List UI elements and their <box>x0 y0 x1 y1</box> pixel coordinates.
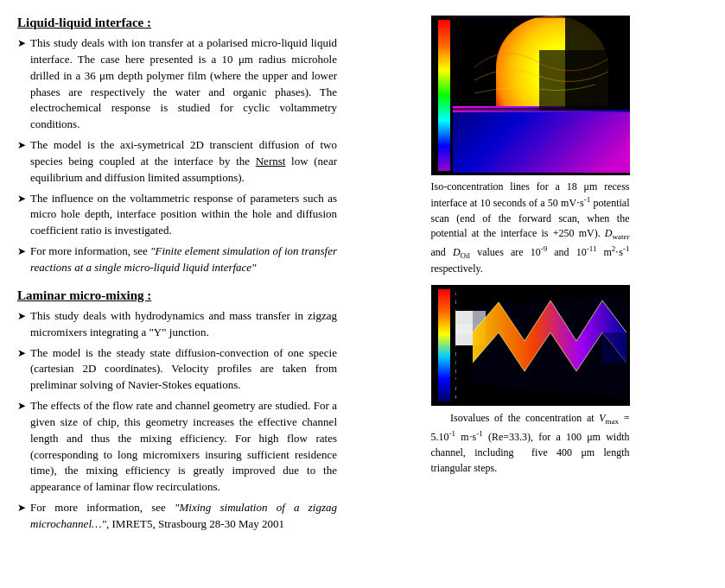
list-item: ➤ The model is the steady state diffusio… <box>17 345 337 395</box>
section1-bullets: ➤ This study deals with ion transfer at … <box>17 35 337 276</box>
bullet-arrow: ➤ <box>17 309 26 324</box>
list-item: ➤ For more information, see "Mixing simu… <box>17 500 337 533</box>
bullet-text: The model is the axi-symetrical 2D trans… <box>30 137 337 187</box>
image1-container: Iso-concentration lines for a 18 μm rece… <box>353 16 708 276</box>
colorbar2 <box>438 289 450 401</box>
list-item: ➤ For more information, see "Finite elem… <box>17 243 337 276</box>
bullet-arrow: ➤ <box>17 346 26 361</box>
svg-text:.976474: .976474 <box>455 299 457 305</box>
list-item: ➤ This study deals with ion transfer at … <box>17 35 337 133</box>
bullet-arrow: ➤ <box>17 244 26 259</box>
right-column: Iso-concentration lines for a 18 μm rece… <box>353 16 708 476</box>
colorbar-left <box>438 20 450 171</box>
left-column: Liquid-liquid interface : ➤ This study d… <box>17 16 337 545</box>
section-liquid-liquid: Liquid-liquid interface : ➤ This study d… <box>17 16 337 276</box>
bullet-arrow: ➤ <box>17 36 26 51</box>
bullet-arrow: ➤ <box>17 399 26 414</box>
svg-text:.096489: .096489 <box>455 394 457 400</box>
bullet-text: For more information, see "Mixing simula… <box>30 500 337 533</box>
svg-text:.379014: .379014 <box>455 368 457 374</box>
iso-lines-svg <box>453 16 630 175</box>
svg-text:.605188: .605188 <box>455 351 457 357</box>
caption1: Iso-concentration lines for a 18 μm rece… <box>431 180 630 276</box>
list-item: ➤ The effects of the flow rate and chann… <box>17 398 337 496</box>
svg-text:.248007: .248007 <box>455 376 457 383</box>
zigzag-svg: 1.01245 .976474 .930016 .913783 .900017 … <box>455 285 626 406</box>
svg-rect-8 <box>602 332 626 363</box>
visualization-image1 <box>431 16 630 175</box>
italic-reference2: "Mixing simulation of a zigzag microchan… <box>30 501 337 530</box>
visualization-image2: 1.01245 .976474 .930016 .913783 .900017 … <box>431 285 630 406</box>
list-item: ➤ This study deals with hydrodynamics an… <box>17 308 337 341</box>
section1-title: Liquid-liquid interface : <box>17 16 337 30</box>
list-item: ➤ The influence on the voltammetric resp… <box>17 191 337 240</box>
italic-reference: "Finite element simulation of ion transf… <box>30 244 337 274</box>
section2-title: Laminar micro-mixing : <box>17 288 337 303</box>
list-item: ➤ The model is the axi-symetrical 2D tra… <box>17 137 337 187</box>
bullet-text: For more information, see "Finite elemen… <box>30 243 337 276</box>
svg-text:.150884: .150884 <box>455 385 457 391</box>
section-laminar: Laminar micro-mixing : ➤ This study deal… <box>17 288 337 533</box>
nernst-word: Nernst <box>256 155 286 168</box>
svg-text:.476285: .476285 <box>455 359 457 365</box>
caption2: Isovalues of the concentration at Vmax =… <box>431 410 630 476</box>
section2-bullets: ➤ This study deals with hydrodynamics an… <box>17 308 337 533</box>
bullet-text: This study deals with hydrodynamics and … <box>30 308 337 341</box>
bullet-arrow: ➤ <box>17 138 26 153</box>
image2-container: 1.01245 .976474 .930016 .913783 .900017 … <box>353 285 708 476</box>
bullet-text: The effects of the flow rate and channel… <box>30 398 337 496</box>
bullet-text: The model is the steady state diffusion-… <box>30 345 337 395</box>
main-layout: Liquid-liquid interface : ➤ This study d… <box>17 16 708 545</box>
bullet-arrow: ➤ <box>17 501 26 515</box>
bullet-arrow: ➤ <box>17 192 26 206</box>
svg-text:1.01245: 1.01245 <box>455 290 457 296</box>
bullet-text: The influence on the voltammetric respon… <box>30 191 337 240</box>
bullet-text: This study deals with ion transfer at a … <box>30 35 337 133</box>
